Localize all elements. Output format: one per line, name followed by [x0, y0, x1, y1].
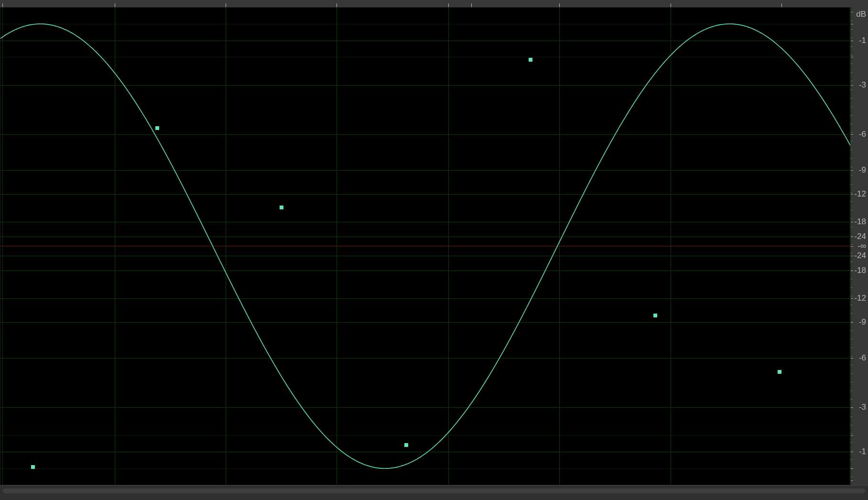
svg-rect-27	[31, 465, 35, 469]
db-label: -12	[854, 190, 866, 198]
db-label: -∞	[857, 242, 866, 250]
db-label: -18	[854, 266, 866, 274]
svg-rect-29	[280, 206, 283, 209]
db-label: -9	[859, 318, 866, 326]
waveform-svg	[0, 7, 851, 485]
db-label: -6	[859, 354, 866, 362]
db-label: -24	[854, 251, 866, 260]
svg-rect-28	[155, 126, 159, 130]
svg-rect-31	[529, 58, 532, 62]
svg-rect-30	[404, 443, 408, 447]
svg-rect-32	[653, 314, 657, 317]
time-ruler[interactable]	[0, 0, 868, 8]
horizontal-scrollbar[interactable]	[3, 489, 865, 493]
db-label: -3	[859, 403, 866, 411]
db-label: -9	[859, 166, 866, 174]
db-label: -12	[854, 294, 866, 302]
db-label: -1	[859, 447, 866, 456]
db-label: -1	[859, 36, 866, 44]
amplitude-ruler[interactable]: dB -1-3-6-9-12-18-24-∞-24-18-12-9-6-3-1	[851, 7, 868, 485]
db-label: -3	[859, 81, 866, 89]
svg-rect-33	[778, 370, 781, 374]
db-label: -18	[854, 217, 866, 226]
db-label: -24	[854, 232, 866, 240]
amplitude-unit-label: dB	[856, 10, 866, 18]
bottom-bar	[0, 485, 868, 500]
waveform-plot[interactable]	[0, 7, 851, 485]
db-label: -6	[859, 130, 866, 138]
